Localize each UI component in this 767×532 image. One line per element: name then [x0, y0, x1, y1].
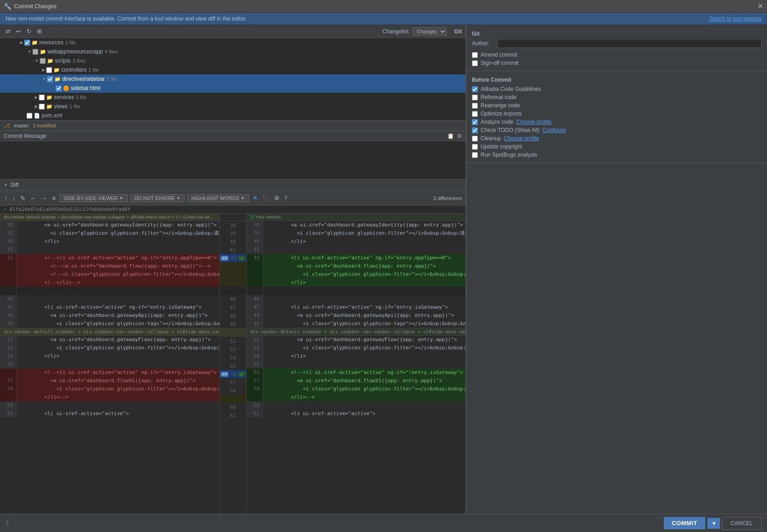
reformat-row[interactable]: Reformat code — [472, 93, 762, 101]
checkbox-pom[interactable] — [26, 113, 32, 119]
tree-item-webapp[interactable]: ▼ 📁 webapp\resources\app 4 files — [0, 47, 465, 56]
diff-edit-btn[interactable]: ✎ — [19, 194, 26, 203]
help-button[interactable]: ? — [5, 520, 9, 527]
diff-forward-btn[interactable]: → — [40, 194, 48, 203]
diff-help-icon[interactable]: ? — [283, 194, 288, 202]
sign-off-row[interactable]: Sign-off commit — [472, 59, 762, 67]
nav-check-42[interactable]: ✓ — [238, 256, 245, 261]
author-input[interactable] — [497, 39, 762, 48]
table-row: 60 — [247, 401, 466, 410]
diff-up-btn[interactable]: ↑ — [4, 194, 9, 203]
tree-item-services[interactable]: ▶ 📁 services 1 file — [0, 93, 465, 102]
redo-btn[interactable]: ↻ — [25, 27, 33, 36]
table-row: 38 <a ui-sref="dashboard.gatewayIdentity… — [0, 221, 219, 229]
move-left-btn[interactable]: ⇄ — [4, 27, 12, 36]
analyze-row[interactable]: Analyze code Choose profile — [472, 118, 762, 126]
commit-message-input[interactable] — [0, 141, 465, 178]
settings-icon[interactable]: ⚙ — [457, 133, 462, 139]
optimize-row[interactable]: Optimize imports — [472, 110, 762, 118]
tree-item-views[interactable]: ▶ 📁 views 1 file — [0, 102, 465, 111]
sign-off-checkbox[interactable] — [472, 60, 478, 66]
switch-to-tool-window-link[interactable]: Switch to tool window — [709, 16, 762, 22]
chevron-webapp[interactable]: ▼ — [27, 49, 32, 54]
checkbox-webapp[interactable] — [32, 49, 38, 55]
tree-count-services: 1 file — [76, 95, 86, 100]
tree-item-scripts[interactable]: ▼ 📁 scripts 3 files — [0, 56, 465, 65]
template-icon[interactable]: 📋 — [447, 133, 454, 139]
chevron-directives[interactable]: ▼ — [42, 77, 46, 81]
diff-icon-2[interactable]: ⬛ — [261, 194, 270, 202]
amend-commit-checkbox[interactable] — [472, 52, 478, 58]
configure-link[interactable]: Configure — [542, 127, 566, 133]
checktodo-row[interactable]: Check TODO (Show All) Configure — [472, 126, 762, 134]
analyze-profile-link[interactable]: Choose profile — [516, 119, 551, 125]
diff-collapse-btn[interactable]: ▼ — [4, 183, 8, 187]
grid-btn[interactable]: ⊞ — [35, 27, 44, 36]
info-bar: New non-modal commit interface is availa… — [0, 13, 767, 25]
changelist-select[interactable]: Changes — [413, 27, 447, 36]
chevron-services[interactable]: ▶ — [35, 95, 38, 100]
table-row: <!--<li ui-sref-active="active" ng-if="!… — [0, 369, 219, 377]
alibaba-row[interactable]: Alibaba Code Guidelines — [472, 85, 762, 93]
chevron-resources[interactable]: ▶ — [20, 40, 23, 45]
diff-label[interactable]: Diff — [11, 182, 19, 188]
commit-button[interactable]: COMMIT — [664, 517, 706, 529]
side-by-side-viewer-btn[interactable]: SIDE-BY-SIDE VIEWER ▼ — [59, 194, 127, 202]
spotbugs-row[interactable]: Run SpotBugs analysis — [472, 151, 762, 159]
diff-icon-1[interactable]: ✕ — [252, 194, 259, 202]
checkbox-views[interactable] — [39, 104, 45, 110]
rearrange-checkbox[interactable] — [472, 103, 478, 109]
chevron-controllers[interactable]: ▶ — [42, 68, 45, 72]
tree-item-resources[interactable]: ▶ 📁 resources 1 file — [0, 38, 465, 47]
cleanup-profile-link[interactable]: Choose profile — [504, 135, 539, 142]
cleanup-row[interactable]: Cleanup Choose profile — [472, 134, 762, 142]
checktodo-checkbox[interactable] — [472, 127, 478, 133]
checkbox-resources[interactable] — [24, 40, 30, 46]
optimize-checkbox[interactable] — [472, 111, 478, 117]
nav-arrow-56[interactable]: >> — [221, 372, 229, 377]
tree-item-pom[interactable]: 📄 pom.xml — [0, 111, 465, 120]
amend-commit-row[interactable]: Amend commit — [472, 51, 762, 59]
tree-item-directives-sidebar[interactable]: ▼ 📁 directives\sidebar 1 file — [0, 74, 465, 84]
toolbar: ⇄ ↩ ↻ ⊞ Changelist: Changes Git — [0, 25, 465, 38]
cancel-button[interactable]: CANCEL — [722, 517, 762, 530]
checkbox-controllers[interactable] — [46, 67, 52, 73]
chevron-scripts[interactable]: ▼ — [35, 58, 39, 63]
analyze-checkbox[interactable] — [472, 119, 478, 125]
tree-item-sidebar-html[interactable]: 🟠 sidebar.html — [0, 84, 465, 93]
diff-icon-3[interactable]: ⚙ — [273, 194, 280, 202]
diff-back-btn[interactable]: ← — [29, 194, 37, 203]
copyright-row[interactable]: Update copyright — [472, 142, 762, 151]
cleanup-checkbox[interactable] — [472, 136, 478, 142]
alibaba-checkbox[interactable] — [472, 86, 478, 92]
table-row: 54 </li> — [0, 352, 219, 360]
middle-gutter: 38 39 40 41 >> 42 ✓ 46 — [219, 221, 247, 530]
table-row: 40 </li> — [247, 237, 466, 246]
checkbox-directives[interactable] — [47, 76, 53, 82]
highlight-words-btn[interactable]: HIGHLIGHT WORDS ▼ — [187, 194, 249, 202]
nav-check-56[interactable]: ✓ — [238, 372, 245, 377]
nav-arrow-42[interactable]: >> — [221, 256, 229, 261]
diff-line-btn[interactable]: ≡ — [51, 194, 57, 203]
rearrange-row[interactable]: Rearrange code — [472, 101, 762, 110]
checkbox-services[interactable] — [39, 95, 45, 100]
diff-content: ✓ 81fb20e07e61a0950d6b515c32fb0ddedb8fad… — [0, 205, 465, 530]
spotbugs-checkbox[interactable] — [472, 152, 478, 158]
left-diff-panel: 38 <a ui-sref="dashboard.gatewayIdentity… — [0, 221, 219, 530]
folder-icon-resources: 📁 — [32, 40, 38, 46]
commit-dropdown-button[interactable]: ▼ — [707, 518, 720, 529]
tree-item-controllers[interactable]: ▶ 📁 controllers 1 file — [0, 65, 465, 74]
reformat-checkbox[interactable] — [472, 95, 478, 100]
git-label: Git — [454, 28, 462, 35]
table-row: 58 <i class="glyphicon glyphicon-filter"… — [0, 385, 219, 393]
diff-down-btn[interactable]: ↓ — [11, 194, 16, 203]
folder-icon-views: 📁 — [46, 104, 53, 110]
close-button[interactable]: ✕ — [757, 2, 763, 11]
copyright-checkbox[interactable] — [472, 144, 478, 150]
checkbox-sidebar-html[interactable] — [56, 85, 62, 91]
undo-btn[interactable]: ↩ — [14, 27, 23, 36]
do-not-ignore-btn[interactable]: DO NOT IGNORE ▼ — [130, 194, 185, 202]
bottom-buttons: COMMIT ▼ CANCEL — [664, 517, 762, 530]
chevron-views[interactable]: ▶ — [35, 104, 38, 109]
checkbox-scripts[interactable] — [40, 58, 46, 64]
